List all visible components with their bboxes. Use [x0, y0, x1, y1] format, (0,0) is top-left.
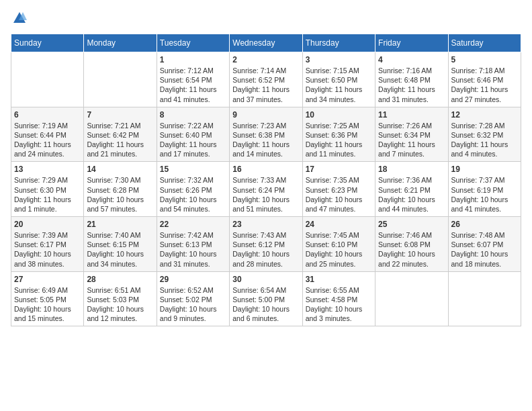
calendar-cell: 13Sunrise: 7:29 AM Sunset: 6:30 PM Dayli… [11, 162, 84, 217]
weekday-header-cell: Thursday [302, 34, 375, 52]
calendar-cell: 28Sunrise: 6:51 AM Sunset: 5:03 PM Dayli… [84, 271, 157, 326]
day-info: Sunrise: 7:16 AM Sunset: 6:48 PM Dayligh… [378, 66, 445, 104]
day-info: Sunrise: 7:12 AM Sunset: 6:54 PM Dayligh… [160, 66, 226, 104]
calendar-cell: 19Sunrise: 7:37 AM Sunset: 6:19 PM Dayli… [448, 162, 521, 217]
day-info: Sunrise: 7:48 AM Sunset: 6:07 PM Dayligh… [451, 230, 518, 269]
day-number: 31 [306, 275, 372, 284]
calendar-cell: 5Sunrise: 7:18 AM Sunset: 6:46 PM Daylig… [448, 52, 521, 107]
calendar-cell [84, 52, 157, 107]
day-info: Sunrise: 7:22 AM Sunset: 6:40 PM Dayligh… [160, 121, 226, 159]
day-number: 1 [160, 55, 226, 64]
calendar-cell: 1Sunrise: 7:12 AM Sunset: 6:54 PM Daylig… [157, 52, 229, 107]
calendar-table: SundayMondayTuesdayWednesdayThursdayFrid… [11, 34, 521, 326]
day-info: Sunrise: 7:33 AM Sunset: 6:24 PM Dayligh… [232, 175, 299, 214]
calendar-cell [375, 271, 448, 326]
day-number: 14 [87, 165, 153, 174]
day-number: 22 [160, 220, 226, 229]
calendar-cell: 3Sunrise: 7:15 AM Sunset: 6:50 PM Daylig… [302, 52, 375, 107]
calendar-cell: 4Sunrise: 7:16 AM Sunset: 6:48 PM Daylig… [375, 52, 448, 107]
day-number: 9 [232, 110, 299, 120]
day-info: Sunrise: 7:46 AM Sunset: 6:08 PM Dayligh… [378, 230, 445, 269]
weekday-header-row: SundayMondayTuesdayWednesdayThursdayFrid… [11, 34, 521, 52]
calendar-cell: 16Sunrise: 7:33 AM Sunset: 6:24 PM Dayli… [230, 162, 302, 217]
calendar-cell: 26Sunrise: 7:48 AM Sunset: 6:07 PM Dayli… [448, 217, 521, 272]
page-header [11, 11, 521, 26]
day-info: Sunrise: 7:14 AM Sunset: 6:52 PM Dayligh… [232, 66, 299, 104]
calendar-cell: 25Sunrise: 7:46 AM Sunset: 6:08 PM Dayli… [375, 217, 448, 272]
day-info: Sunrise: 6:54 AM Sunset: 5:00 PM Dayligh… [232, 285, 299, 324]
day-number: 17 [306, 165, 372, 174]
day-number: 23 [232, 220, 299, 229]
day-number: 5 [451, 55, 518, 64]
day-number: 20 [14, 220, 81, 229]
day-number: 13 [14, 165, 81, 174]
day-number: 11 [378, 110, 445, 120]
calendar-week-row: 1Sunrise: 7:12 AM Sunset: 6:54 PM Daylig… [11, 52, 521, 107]
day-info: Sunrise: 7:40 AM Sunset: 6:15 PM Dayligh… [87, 230, 153, 269]
day-number: 25 [378, 220, 445, 229]
weekday-header-cell: Tuesday [157, 34, 229, 52]
day-number: 18 [378, 165, 445, 174]
day-info: Sunrise: 7:45 AM Sunset: 6:10 PM Dayligh… [306, 230, 372, 269]
weekday-header-cell: Friday [375, 34, 448, 52]
calendar-week-row: 6Sunrise: 7:19 AM Sunset: 6:44 PM Daylig… [11, 107, 521, 162]
calendar-cell: 14Sunrise: 7:30 AM Sunset: 6:28 PM Dayli… [84, 162, 157, 217]
day-number: 24 [306, 220, 372, 229]
day-info: Sunrise: 7:25 AM Sunset: 6:36 PM Dayligh… [306, 121, 372, 159]
day-info: Sunrise: 7:18 AM Sunset: 6:46 PM Dayligh… [451, 66, 518, 104]
calendar-cell: 10Sunrise: 7:25 AM Sunset: 6:36 PM Dayli… [302, 107, 375, 162]
day-info: Sunrise: 7:37 AM Sunset: 6:19 PM Dayligh… [451, 175, 518, 214]
day-number: 19 [451, 165, 518, 174]
calendar-body: 1Sunrise: 7:12 AM Sunset: 6:54 PM Daylig… [11, 52, 521, 326]
day-number: 26 [451, 220, 518, 229]
logo [11, 11, 27, 26]
day-info: Sunrise: 7:28 AM Sunset: 6:32 PM Dayligh… [451, 121, 518, 159]
calendar-cell: 15Sunrise: 7:32 AM Sunset: 6:26 PM Dayli… [157, 162, 229, 217]
day-number: 8 [160, 110, 226, 120]
weekday-header-cell: Monday [84, 34, 157, 52]
calendar-week-row: 20Sunrise: 7:39 AM Sunset: 6:17 PM Dayli… [11, 217, 521, 272]
calendar-cell [11, 52, 84, 107]
calendar-cell: 23Sunrise: 7:43 AM Sunset: 6:12 PM Dayli… [230, 217, 302, 272]
day-number: 28 [87, 275, 153, 284]
day-info: Sunrise: 7:42 AM Sunset: 6:13 PM Dayligh… [160, 230, 226, 269]
day-number: 30 [232, 275, 299, 284]
calendar-cell: 2Sunrise: 7:14 AM Sunset: 6:52 PM Daylig… [230, 52, 302, 107]
calendar-cell: 30Sunrise: 6:54 AM Sunset: 5:00 PM Dayli… [230, 271, 302, 326]
calendar-cell: 7Sunrise: 7:21 AM Sunset: 6:42 PM Daylig… [84, 107, 157, 162]
calendar-cell: 18Sunrise: 7:36 AM Sunset: 6:21 PM Dayli… [375, 162, 448, 217]
calendar-cell: 11Sunrise: 7:26 AM Sunset: 6:34 PM Dayli… [375, 107, 448, 162]
calendar-cell: 29Sunrise: 6:52 AM Sunset: 5:02 PM Dayli… [157, 271, 229, 326]
day-info: Sunrise: 7:43 AM Sunset: 6:12 PM Dayligh… [232, 230, 299, 269]
day-info: Sunrise: 6:49 AM Sunset: 5:05 PM Dayligh… [14, 285, 81, 324]
calendar-cell: 6Sunrise: 7:19 AM Sunset: 6:44 PM Daylig… [11, 107, 84, 162]
calendar-cell: 27Sunrise: 6:49 AM Sunset: 5:05 PM Dayli… [11, 271, 84, 326]
day-info: Sunrise: 7:19 AM Sunset: 6:44 PM Dayligh… [14, 121, 81, 159]
day-info: Sunrise: 7:15 AM Sunset: 6:50 PM Dayligh… [306, 66, 372, 104]
calendar-cell: 9Sunrise: 7:23 AM Sunset: 6:38 PM Daylig… [230, 107, 302, 162]
day-number: 6 [14, 110, 81, 120]
day-info: Sunrise: 7:21 AM Sunset: 6:42 PM Dayligh… [87, 121, 153, 159]
calendar-cell: 20Sunrise: 7:39 AM Sunset: 6:17 PM Dayli… [11, 217, 84, 272]
day-info: Sunrise: 7:26 AM Sunset: 6:34 PM Dayligh… [378, 121, 445, 159]
calendar-cell: 31Sunrise: 6:55 AM Sunset: 4:58 PM Dayli… [302, 271, 375, 326]
weekday-header-cell: Saturday [448, 34, 521, 52]
day-number: 16 [232, 165, 299, 174]
weekday-header-cell: Sunday [11, 34, 84, 52]
day-info: Sunrise: 6:51 AM Sunset: 5:03 PM Dayligh… [87, 285, 153, 324]
day-number: 29 [160, 275, 226, 284]
day-info: Sunrise: 6:52 AM Sunset: 5:02 PM Dayligh… [160, 285, 226, 324]
calendar-cell: 24Sunrise: 7:45 AM Sunset: 6:10 PM Dayli… [302, 217, 375, 272]
calendar-cell: 8Sunrise: 7:22 AM Sunset: 6:40 PM Daylig… [157, 107, 229, 162]
day-number: 21 [87, 220, 153, 229]
calendar-week-row: 27Sunrise: 6:49 AM Sunset: 5:05 PM Dayli… [11, 271, 521, 326]
day-info: Sunrise: 7:29 AM Sunset: 6:30 PM Dayligh… [14, 175, 81, 214]
calendar-cell: 22Sunrise: 7:42 AM Sunset: 6:13 PM Dayli… [157, 217, 229, 272]
calendar-cell: 12Sunrise: 7:28 AM Sunset: 6:32 PM Dayli… [448, 107, 521, 162]
calendar-cell: 17Sunrise: 7:35 AM Sunset: 6:23 PM Dayli… [302, 162, 375, 217]
day-number: 2 [232, 55, 299, 64]
day-number: 12 [451, 110, 518, 120]
day-number: 15 [160, 165, 226, 174]
logo-icon [12, 11, 27, 26]
weekday-header-cell: Wednesday [230, 34, 302, 52]
